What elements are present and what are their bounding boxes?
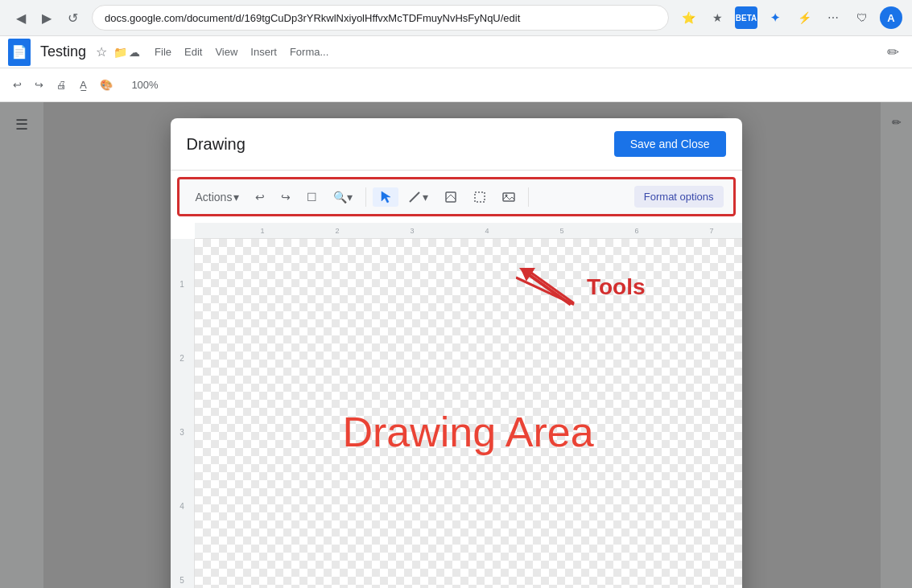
v-ruler-tick-5: 5 <box>180 576 184 585</box>
ruler-tick-2: 2 <box>336 227 340 235</box>
back-button[interactable]: ◀ <box>10 6 32 29</box>
format-options-btn[interactable]: Format options <box>634 186 724 208</box>
toolbar-separator-2 <box>528 187 529 207</box>
drawing-area-label: Drawing Area <box>342 408 593 456</box>
docs-secondary-toolbar: ↩ ↪ 🖨 A̲ 🎨 100% <box>0 68 912 102</box>
toolbar-separator-1 <box>365 187 366 207</box>
paint-format-btn[interactable]: 🎨 <box>95 76 118 94</box>
ruler-tick-7: 7 <box>710 227 714 235</box>
selection-icon <box>473 191 486 204</box>
drawing-undo-btn[interactable]: ↩ <box>249 187 271 207</box>
menu-file[interactable]: File <box>150 43 176 61</box>
bookmark-icon[interactable]: ★ <box>706 6 728 29</box>
menu-insert[interactable]: Insert <box>246 43 282 61</box>
zoom-tool-btn[interactable]: 🔍▾ <box>327 187 359 207</box>
zoom-btn[interactable]: 100% <box>121 76 169 94</box>
tools-annotation: Tools <box>516 263 646 311</box>
browser-actions: ⭐ ★ BETA ✦ ⚡ ⋯ 🛡 A <box>677 6 902 29</box>
dialog-title: Drawing <box>187 135 246 154</box>
v-ruler-tick-3: 3 <box>180 428 184 437</box>
line-chevron-icon: ▾ <box>423 191 428 204</box>
drawing-h-ruler: 1 2 3 4 5 6 7 <box>195 223 742 239</box>
tools-arrow-icon <box>516 263 580 311</box>
shape-icon <box>444 191 457 204</box>
redo-btn[interactable]: ↪ <box>30 76 48 94</box>
svg-rect-2 <box>446 192 456 202</box>
extensions-icon[interactable]: ⚡ <box>793 6 815 29</box>
beta-badge: BETA <box>735 6 757 29</box>
browser-chrome: ◀ ▶ ↺ docs.google.com/document/d/169tgCu… <box>0 0 912 36</box>
drawing-redo-btn[interactable]: ↪ <box>274 187 297 207</box>
drawing-toolbar: Actions ▾ ↩ ↪ ☐ 🔍▾ <box>177 177 736 216</box>
refresh-button[interactable]: ↺ <box>61 6 84 29</box>
v-ruler-tick-4: 4 <box>180 502 184 511</box>
actions-chevron-icon: ▾ <box>233 191 239 204</box>
docs-app-icon: 📄 <box>8 39 31 66</box>
ruler-tick-1: 1 <box>261 227 265 235</box>
doc-cloud-icons: 📁 ☁ <box>113 46 140 59</box>
forward-button[interactable]: ▶ <box>35 6 58 29</box>
actions-label: Actions <box>196 191 233 204</box>
ruler-tick-5: 5 <box>560 227 564 235</box>
image-icon <box>502 191 515 204</box>
shield-icon[interactable]: 🛡 <box>851 6 873 29</box>
ruler-tick-3: 3 <box>411 227 415 235</box>
undo-btn[interactable]: ↩ <box>8 76 27 94</box>
main-area: ☰ ✏ Drawing Save and Close Actions ▾ ↩ ↪ <box>0 102 912 588</box>
v-ruler-tick-1: 1 <box>180 280 184 289</box>
select-tool-btn[interactable]: ☐ <box>300 187 324 207</box>
drawing-canvas[interactable]: Drawing Area <box>195 239 742 588</box>
line-tool-btn[interactable]: ▾ <box>402 187 435 207</box>
svg-line-1 <box>410 192 419 202</box>
doc-title: Testing <box>40 43 86 60</box>
ruler-tick-4: 4 <box>485 227 489 235</box>
extension-icon[interactable]: ⭐ <box>677 6 699 29</box>
svg-rect-3 <box>475 192 485 202</box>
line-icon <box>408 191 421 204</box>
url-text: docs.google.com/document/d/169tgCuDp3rYR… <box>105 12 520 24</box>
dialog-overlay: Drawing Save and Close Actions ▾ ↩ ↪ ☐ 🔍… <box>0 102 912 588</box>
cursor-icon <box>379 191 392 204</box>
copilot-icon[interactable]: ✦ <box>764 6 786 29</box>
address-bar[interactable]: docs.google.com/document/d/169tgCuDp3rYR… <box>92 5 669 31</box>
dialog-header: Drawing Save and Close <box>171 118 742 171</box>
actions-dropdown[interactable]: Actions ▾ <box>189 187 246 207</box>
tools-label-text: Tools <box>587 274 646 300</box>
image-tool-btn[interactable] <box>496 187 522 207</box>
cursor-tool-btn[interactable] <box>373 187 398 207</box>
print-btn[interactable]: 🖨 <box>52 76 72 94</box>
menu-view[interactable]: View <box>210 43 242 61</box>
spellcheck-btn[interactable]: A̲ <box>75 76 92 94</box>
nav-buttons: ◀ ▶ ↺ <box>10 6 84 29</box>
svg-rect-4 <box>503 193 514 201</box>
docs-app-toolbar: 📄 Testing ☆ 📁 ☁ File Edit View Insert Fo… <box>0 36 912 68</box>
selection-tool-btn[interactable] <box>467 187 493 207</box>
drawing-v-ruler: 1 2 3 4 5 <box>171 239 195 588</box>
svg-marker-0 <box>382 191 390 203</box>
edit-pencil-icon[interactable]: ✏ <box>881 41 904 64</box>
save-close-button[interactable]: Save and Close <box>614 131 726 157</box>
ruler-tick-6: 6 <box>635 227 639 235</box>
settings-icon[interactable]: ⋯ <box>822 6 844 29</box>
doc-star-icon[interactable]: ☆ <box>96 44 107 60</box>
drawing-dialog: Drawing Save and Close Actions ▾ ↩ ↪ ☐ 🔍… <box>171 118 742 588</box>
menu-edit[interactable]: Edit <box>180 43 207 61</box>
shape-tool-btn[interactable] <box>438 187 464 207</box>
drawing-canvas-wrapper: 1 2 3 4 5 Drawing Area <box>171 239 742 588</box>
menu-format[interactable]: Forma... <box>285 43 333 61</box>
v-ruler-tick-2: 2 <box>180 354 184 363</box>
user-avatar[interactable]: A <box>880 6 902 29</box>
